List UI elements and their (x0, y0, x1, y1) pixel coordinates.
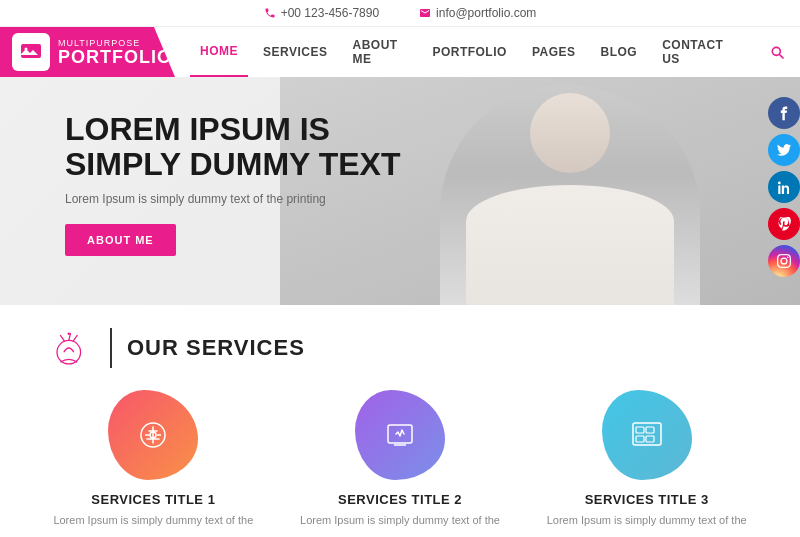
nav-blog[interactable]: BLOG (591, 27, 648, 77)
svg-rect-11 (646, 436, 654, 442)
services-section-icon (50, 325, 95, 370)
svg-rect-8 (636, 427, 644, 433)
service-blob-3 (602, 390, 692, 480)
services-section: OUR SERVICES SERVICES TITLE 1 Lorem Ipsu… (0, 305, 800, 537)
nav-contact[interactable]: CONTACT US (652, 27, 739, 77)
svg-rect-10 (636, 436, 644, 442)
svg-rect-9 (646, 427, 654, 433)
services-header: OUR SERVICES (50, 325, 750, 370)
hero-model (440, 77, 720, 305)
instagram-button[interactable] (768, 245, 800, 277)
service-card-3: SERVICES TITLE 3 Lorem Ipsum is simply d… (543, 390, 750, 529)
logo[interactable]: Multipurpose PORTFOLIO (0, 27, 175, 77)
nav-portfolio[interactable]: PORTFOLIO (422, 27, 517, 77)
social-sidebar (768, 97, 800, 277)
service-blob-2 (355, 390, 445, 480)
linkedin-button[interactable] (768, 171, 800, 203)
service-card-2: SERVICES TITLE 2 Lorem Ipsum is simply d… (297, 390, 504, 529)
hero-cta-button[interactable]: ABOUT ME (65, 224, 176, 256)
svg-point-3 (67, 332, 70, 335)
services-title-divider (110, 328, 112, 368)
navbar: Multipurpose PORTFOLIO HOME SERVICES ABO… (0, 27, 800, 77)
services-section-title: OUR SERVICES (127, 335, 305, 361)
nav-services[interactable]: SERVICES (253, 27, 337, 77)
twitter-button[interactable] (768, 134, 800, 166)
hero-section: LOREM IPSUM IS SIMPLY DUMMY TEXT Lorem I… (0, 77, 800, 305)
top-bar: +00 123-456-7890 info@portfolio.com (0, 0, 800, 27)
service-text-2: Lorem Ipsum is simply dummy text of the (300, 512, 500, 529)
service-title-3: SERVICES TITLE 3 (585, 492, 709, 507)
logo-text: Multipurpose PORTFOLIO (58, 38, 172, 66)
phone-number: +00 123-456-7890 (281, 6, 379, 20)
nav-links: HOME SERVICES ABOUT ME PORTFOLIO PAGES B… (175, 27, 754, 77)
service-title-2: SERVICES TITLE 2 (338, 492, 462, 507)
services-cards-container: SERVICES TITLE 1 Lorem Ipsum is simply d… (50, 390, 750, 529)
service-text-1: Lorem Ipsum is simply dummy text of the (53, 512, 253, 529)
email-info: info@portfolio.com (419, 6, 536, 20)
service-text-3: Lorem Ipsum is simply dummy text of the (547, 512, 747, 529)
facebook-button[interactable] (768, 97, 800, 129)
search-icon[interactable] (754, 27, 800, 77)
email-address: info@portfolio.com (436, 6, 536, 20)
hero-title: LOREM IPSUM IS SIMPLY DUMMY TEXT (65, 112, 400, 182)
svg-point-1 (25, 48, 28, 51)
service-card-1: SERVICES TITLE 1 Lorem Ipsum is simply d… (50, 390, 257, 529)
phone-info: +00 123-456-7890 (264, 6, 379, 20)
pinterest-button[interactable] (768, 208, 800, 240)
nav-home[interactable]: HOME (190, 27, 248, 77)
hero-subtitle: Lorem Ipsum is simply dummy text of the … (65, 192, 400, 206)
hero-content: LOREM IPSUM IS SIMPLY DUMMY TEXT Lorem I… (65, 112, 400, 256)
nav-about[interactable]: ABOUT ME (342, 27, 417, 77)
svg-point-2 (57, 340, 81, 364)
logo-icon (12, 33, 50, 71)
service-title-1: SERVICES TITLE 1 (91, 492, 215, 507)
nav-pages[interactable]: PAGES (522, 27, 586, 77)
service-blob-1 (108, 390, 198, 480)
